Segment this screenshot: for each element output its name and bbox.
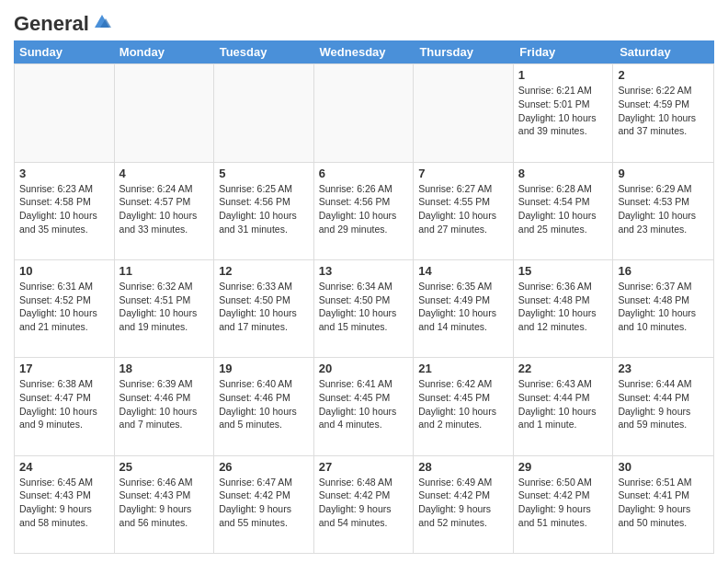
- page: General SundayMondayTuesdayWednesdayThur…: [0, 0, 728, 563]
- cal-cell: 26Sunrise: 6:47 AM Sunset: 4:42 PM Dayli…: [214, 456, 314, 553]
- day-number: 6: [319, 167, 409, 180]
- cal-cell: 10Sunrise: 6:31 AM Sunset: 4:52 PM Dayli…: [15, 260, 115, 357]
- cal-cell: 30Sunrise: 6:51 AM Sunset: 4:41 PM Dayli…: [613, 456, 713, 553]
- cal-cell: 3Sunrise: 6:23 AM Sunset: 4:58 PM Daylig…: [15, 163, 115, 259]
- cell-info: Sunrise: 6:42 AM Sunset: 4:45 PM Dayligh…: [418, 377, 508, 431]
- calendar-body: 1Sunrise: 6:21 AM Sunset: 5:01 PM Daylig…: [14, 63, 714, 554]
- day-number: 7: [418, 167, 508, 180]
- cell-info: Sunrise: 6:21 AM Sunset: 5:01 PM Dayligh…: [518, 84, 609, 138]
- header-cell-monday: Monday: [114, 40, 214, 63]
- header-cell-sunday: Sunday: [14, 40, 114, 63]
- cal-cell: [414, 64, 514, 161]
- week-row-2: 10Sunrise: 6:31 AM Sunset: 4:52 PM Dayli…: [15, 260, 713, 358]
- cal-cell: 13Sunrise: 6:34 AM Sunset: 4:50 PM Dayli…: [314, 260, 415, 357]
- cell-info: Sunrise: 6:27 AM Sunset: 4:55 PM Dayligh…: [418, 182, 508, 236]
- header-cell-friday: Friday: [514, 40, 614, 63]
- day-number: 30: [618, 460, 709, 474]
- week-row-4: 24Sunrise: 6:45 AM Sunset: 4:43 PM Dayli…: [15, 456, 713, 553]
- cell-info: Sunrise: 6:34 AM Sunset: 4:50 PM Dayligh…: [319, 280, 409, 334]
- day-number: 17: [19, 362, 109, 375]
- cal-cell: [314, 64, 415, 161]
- cell-info: Sunrise: 6:31 AM Sunset: 4:52 PM Dayligh…: [19, 280, 109, 334]
- calendar: SundayMondayTuesdayWednesdayThursdayFrid…: [14, 40, 714, 554]
- cal-cell: 2Sunrise: 6:22 AM Sunset: 4:59 PM Daylig…: [613, 64, 713, 161]
- cell-info: Sunrise: 6:26 AM Sunset: 4:56 PM Dayligh…: [319, 182, 409, 236]
- day-number: 13: [319, 264, 409, 278]
- day-number: 2: [618, 68, 709, 82]
- cell-info: Sunrise: 6:45 AM Sunset: 4:43 PM Dayligh…: [19, 476, 109, 530]
- day-number: 3: [19, 167, 109, 180]
- cal-cell: 23Sunrise: 6:44 AM Sunset: 4:44 PM Dayli…: [613, 358, 713, 454]
- day-number: 9: [618, 167, 709, 180]
- day-number: 12: [219, 264, 309, 278]
- cell-info: Sunrise: 6:24 AM Sunset: 4:57 PM Dayligh…: [119, 182, 210, 236]
- cal-cell: [115, 64, 215, 161]
- cell-info: Sunrise: 6:29 AM Sunset: 4:53 PM Dayligh…: [618, 182, 709, 236]
- cell-info: Sunrise: 6:33 AM Sunset: 4:50 PM Dayligh…: [219, 280, 309, 334]
- cal-cell: 16Sunrise: 6:37 AM Sunset: 4:48 PM Dayli…: [613, 260, 713, 357]
- cell-info: Sunrise: 6:36 AM Sunset: 4:48 PM Dayligh…: [518, 280, 609, 334]
- day-number: 16: [618, 264, 709, 278]
- logo-icon: [91, 11, 113, 33]
- cal-cell: 20Sunrise: 6:41 AM Sunset: 4:45 PM Dayli…: [314, 358, 415, 454]
- cal-cell: [15, 64, 115, 161]
- day-number: 11: [119, 264, 210, 278]
- cal-cell: 11Sunrise: 6:32 AM Sunset: 4:51 PM Dayli…: [115, 260, 215, 357]
- cell-info: Sunrise: 6:48 AM Sunset: 4:42 PM Dayligh…: [319, 476, 409, 530]
- cell-info: Sunrise: 6:35 AM Sunset: 4:49 PM Dayligh…: [418, 280, 508, 334]
- logo: General: [14, 13, 113, 33]
- cal-cell: 15Sunrise: 6:36 AM Sunset: 4:48 PM Dayli…: [514, 260, 614, 357]
- cell-info: Sunrise: 6:44 AM Sunset: 4:44 PM Dayligh…: [618, 377, 709, 431]
- cell-info: Sunrise: 6:40 AM Sunset: 4:46 PM Dayligh…: [219, 377, 309, 431]
- cell-info: Sunrise: 6:50 AM Sunset: 4:42 PM Dayligh…: [518, 476, 609, 530]
- header: General: [14, 9, 714, 33]
- day-number: 15: [518, 264, 609, 278]
- day-number: 10: [19, 264, 109, 278]
- cal-cell: 5Sunrise: 6:25 AM Sunset: 4:56 PM Daylig…: [214, 163, 314, 259]
- cal-cell: 8Sunrise: 6:28 AM Sunset: 4:54 PM Daylig…: [514, 163, 614, 259]
- header-cell-thursday: Thursday: [414, 40, 514, 63]
- cal-cell: 7Sunrise: 6:27 AM Sunset: 4:55 PM Daylig…: [414, 163, 514, 259]
- cal-cell: 6Sunrise: 6:26 AM Sunset: 4:56 PM Daylig…: [314, 163, 415, 259]
- cell-info: Sunrise: 6:39 AM Sunset: 4:46 PM Dayligh…: [119, 377, 210, 431]
- day-number: 14: [418, 264, 508, 278]
- day-number: 24: [19, 460, 109, 474]
- cal-cell: 17Sunrise: 6:38 AM Sunset: 4:47 PM Dayli…: [15, 358, 115, 454]
- cell-info: Sunrise: 6:49 AM Sunset: 4:42 PM Dayligh…: [418, 476, 508, 530]
- logo-text: General: [14, 13, 89, 35]
- day-number: 29: [518, 460, 609, 474]
- header-cell-tuesday: Tuesday: [214, 40, 314, 63]
- day-number: 28: [418, 460, 508, 474]
- day-number: 27: [319, 460, 409, 474]
- day-number: 20: [319, 362, 409, 375]
- cell-info: Sunrise: 6:28 AM Sunset: 4:54 PM Dayligh…: [518, 182, 609, 236]
- cell-info: Sunrise: 6:37 AM Sunset: 4:48 PM Dayligh…: [618, 280, 709, 334]
- calendar-header: SundayMondayTuesdayWednesdayThursdayFrid…: [14, 40, 714, 63]
- cell-info: Sunrise: 6:38 AM Sunset: 4:47 PM Dayligh…: [19, 377, 109, 431]
- day-number: 21: [418, 362, 508, 375]
- cell-info: Sunrise: 6:22 AM Sunset: 4:59 PM Dayligh…: [618, 84, 709, 138]
- cell-info: Sunrise: 6:32 AM Sunset: 4:51 PM Dayligh…: [119, 280, 210, 334]
- cal-cell: 9Sunrise: 6:29 AM Sunset: 4:53 PM Daylig…: [613, 163, 713, 259]
- cal-cell: 27Sunrise: 6:48 AM Sunset: 4:42 PM Dayli…: [314, 456, 415, 553]
- cell-info: Sunrise: 6:25 AM Sunset: 4:56 PM Dayligh…: [219, 182, 309, 236]
- cal-cell: 14Sunrise: 6:35 AM Sunset: 4:49 PM Dayli…: [414, 260, 514, 357]
- cal-cell: 25Sunrise: 6:46 AM Sunset: 4:43 PM Dayli…: [115, 456, 215, 553]
- day-number: 8: [518, 167, 609, 180]
- cell-info: Sunrise: 6:43 AM Sunset: 4:44 PM Dayligh…: [518, 377, 609, 431]
- cal-cell: 4Sunrise: 6:24 AM Sunset: 4:57 PM Daylig…: [115, 163, 215, 259]
- cell-info: Sunrise: 6:51 AM Sunset: 4:41 PM Dayligh…: [618, 476, 709, 530]
- cal-cell: [214, 64, 314, 161]
- cal-cell: 1Sunrise: 6:21 AM Sunset: 5:01 PM Daylig…: [514, 64, 614, 161]
- header-cell-wednesday: Wednesday: [314, 40, 415, 63]
- header-cell-saturday: Saturday: [614, 40, 714, 63]
- day-number: 5: [219, 167, 309, 180]
- day-number: 19: [219, 362, 309, 375]
- cal-cell: 21Sunrise: 6:42 AM Sunset: 4:45 PM Dayli…: [414, 358, 514, 454]
- cell-info: Sunrise: 6:47 AM Sunset: 4:42 PM Dayligh…: [219, 476, 309, 530]
- day-number: 26: [219, 460, 309, 474]
- cell-info: Sunrise: 6:23 AM Sunset: 4:58 PM Dayligh…: [19, 182, 109, 236]
- cal-cell: 19Sunrise: 6:40 AM Sunset: 4:46 PM Dayli…: [214, 358, 314, 454]
- cal-cell: 12Sunrise: 6:33 AM Sunset: 4:50 PM Dayli…: [214, 260, 314, 357]
- cal-cell: 18Sunrise: 6:39 AM Sunset: 4:46 PM Dayli…: [115, 358, 215, 454]
